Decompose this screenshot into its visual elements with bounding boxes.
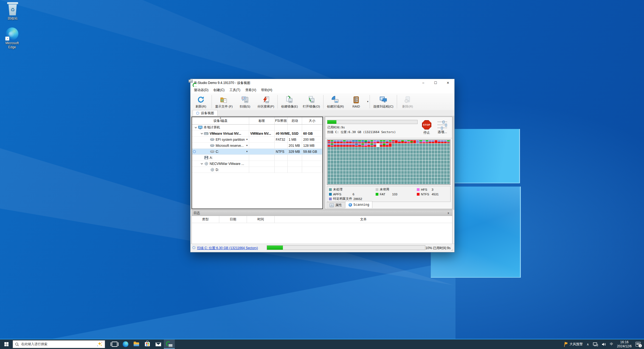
table-row-a-[interactable]: A: bbox=[192, 155, 322, 161]
map-cell bbox=[447, 161, 450, 164]
close-button[interactable]: ✕ bbox=[442, 79, 454, 87]
weather-alert[interactable]: 大风预警 bbox=[562, 339, 585, 349]
maximize-button[interactable]: ☐ bbox=[429, 79, 442, 87]
network-tray-button[interactable] bbox=[591, 339, 600, 349]
menu-item-4[interactable]: 帮助(H) bbox=[259, 87, 275, 93]
map-cell bbox=[432, 161, 434, 164]
table-row-d-[interactable]: D: bbox=[192, 167, 322, 173]
map-cell bbox=[337, 154, 339, 157]
map-cell bbox=[334, 167, 336, 170]
desktop-icon-recycle-bin[interactable]: ♻ 回收站 bbox=[3, 2, 23, 21]
map-cell bbox=[438, 171, 440, 174]
toolbar-button-connect-remote[interactable]: 连接到远程(C) bbox=[371, 93, 396, 110]
expand-chevron-icon[interactable] bbox=[200, 133, 204, 134]
map-cell bbox=[423, 143, 425, 147]
resize-grip[interactable] bbox=[451, 248, 454, 251]
menu-item-1[interactable]: 创建(C) bbox=[211, 87, 227, 93]
tab-device-view[interactable]: 设备视图 bbox=[193, 110, 218, 116]
map-cell bbox=[367, 161, 370, 164]
table-row-c-[interactable]: C:▼NTFS329 MB59.68 GB bbox=[192, 149, 322, 155]
tray-expand-chevron[interactable]: ∧ bbox=[585, 339, 591, 349]
toolbar-button-create-region[interactable]: 创建区域(R) bbox=[324, 93, 346, 110]
column-header-3[interactable]: 启动 bbox=[288, 117, 302, 124]
taskbar-rstudio-button[interactable] bbox=[164, 339, 175, 349]
map-cell bbox=[337, 161, 339, 164]
toolbar-button-raid[interactable]: RAID bbox=[346, 93, 366, 110]
notification-center-button[interactable]: 1 bbox=[634, 339, 644, 349]
menu-item-0[interactable]: 驱动器(D) bbox=[192, 87, 211, 93]
toolbar-button-partition-search[interactable]: 分区搜索(P) bbox=[255, 93, 277, 110]
device-table-header[interactable]: 设备/磁盘▲标签FS/界面启动大小 bbox=[192, 117, 322, 125]
map-cell bbox=[373, 178, 376, 181]
volume-tray-button[interactable] bbox=[600, 339, 608, 349]
desktop-icon-edge[interactable]: ↗ Microsoft Edge bbox=[2, 27, 22, 49]
toolbar-button-scan[interactable]: 扫描(S) bbox=[235, 93, 255, 110]
raid-dropdown-arrow[interactable]: ▼ bbox=[367, 100, 369, 103]
scan-status-link[interactable]: 扫描 C: 位置:6.30 GB (13211664 Sectors) bbox=[197, 246, 258, 251]
log-column-header[interactable]: 类型日期时间文本 bbox=[192, 216, 452, 223]
file-explorer-button[interactable] bbox=[131, 339, 142, 349]
taskbar-search-input[interactable]: 在此键入进行搜索 bbox=[13, 340, 105, 348]
log-column-2[interactable]: 时间 bbox=[247, 216, 275, 223]
menu-item-2[interactable]: 工具(T) bbox=[227, 87, 243, 93]
start-button[interactable] bbox=[0, 339, 13, 349]
taskbar-clock[interactable]: 16:16 2024/12/6 bbox=[615, 339, 634, 349]
column-header-4[interactable]: 大小 bbox=[302, 117, 322, 124]
table-row-microsoft-reserve-[interactable]: Microsoft reserve...▼201 MB128 MB bbox=[192, 143, 322, 149]
map-cell bbox=[334, 178, 336, 181]
store-button[interactable] bbox=[142, 339, 153, 349]
table-row-vmware-virtual-nv-[interactable]: VMware Virtual NV...VMWare NV...#0 NVME,… bbox=[192, 131, 322, 137]
map-cell bbox=[383, 150, 386, 153]
elapsed-text: 已用时间:9s bbox=[433, 246, 451, 250]
fs-cell: FAT32 bbox=[275, 137, 288, 143]
map-cell bbox=[361, 181, 364, 184]
expand-chevron-icon[interactable] bbox=[194, 127, 198, 128]
map-cell bbox=[343, 143, 346, 147]
map-cell bbox=[328, 164, 330, 167]
map-cell bbox=[346, 143, 349, 147]
log-column-0[interactable]: 类型 bbox=[192, 216, 219, 223]
toolbar-button-show-files[interactable]: 显示文件 (F) bbox=[213, 93, 235, 110]
map-cell bbox=[435, 154, 437, 157]
tab-properties[interactable]: i属性 bbox=[327, 202, 345, 208]
map-cell bbox=[423, 154, 425, 157]
minimize-button[interactable]: – bbox=[417, 79, 429, 87]
map-cell bbox=[358, 178, 361, 181]
menu-item-3[interactable]: 查看(V) bbox=[243, 87, 259, 93]
column-header-0[interactable]: 设备/磁盘▲ bbox=[192, 117, 249, 124]
toolbar-button-open-image[interactable]: 打开镜像(O) bbox=[300, 93, 323, 110]
map-cell bbox=[361, 150, 364, 153]
map-cell bbox=[376, 161, 379, 164]
fs-cell: NTFS bbox=[275, 149, 288, 155]
title-bar[interactable]: R-Studio Demo 9.4.191370 - 设备视图 – ☐ ✕ bbox=[190, 79, 454, 87]
row-dropdown-caret[interactable]: ▼ bbox=[246, 150, 248, 153]
task-view-button[interactable] bbox=[109, 339, 120, 349]
map-cell bbox=[328, 171, 330, 174]
map-cell bbox=[401, 174, 404, 177]
map-cell bbox=[352, 178, 355, 181]
row-dropdown-caret[interactable]: ▼ bbox=[246, 138, 248, 141]
taskbar-edge-button[interactable] bbox=[120, 339, 131, 349]
mail-button[interactable] bbox=[153, 339, 164, 349]
options-button[interactable]: 选项... bbox=[436, 121, 449, 134]
ime-indicator[interactable]: 中 bbox=[608, 339, 615, 349]
toolbar-button-refresh[interactable]: 刷新(R) bbox=[191, 93, 211, 110]
refresh-icon bbox=[197, 95, 205, 104]
map-cell bbox=[429, 140, 431, 143]
column-header-1[interactable]: 标签 bbox=[249, 117, 275, 124]
log-close-icon[interactable]: x bbox=[446, 211, 451, 215]
toolbar-button-create-image[interactable]: 创建镜像(E) bbox=[279, 93, 300, 110]
column-header-2[interactable]: FS/界面 bbox=[275, 117, 288, 124]
map-cell bbox=[398, 181, 401, 184]
log-column-3[interactable]: 文本 bbox=[275, 216, 452, 223]
table-row--[interactable]: 本地计算机 bbox=[192, 125, 322, 131]
expand-chevron-icon[interactable] bbox=[200, 163, 204, 165]
table-row-efi-system-partition[interactable]: EFI system partition▼FAT321 MB200 MB bbox=[192, 137, 322, 143]
log-column-1[interactable]: 日期 bbox=[219, 216, 247, 223]
speaker-icon bbox=[602, 342, 606, 346]
map-cell bbox=[438, 178, 440, 181]
stop-button[interactable]: STOP 停止 bbox=[421, 120, 432, 135]
tab-scanning[interactable]: iScanning bbox=[345, 201, 372, 208]
table-row-necvmwar-vmware-[interactable]: NECVMWar VMware ... bbox=[192, 161, 322, 167]
row-dropdown-caret[interactable]: ▼ bbox=[246, 144, 248, 147]
